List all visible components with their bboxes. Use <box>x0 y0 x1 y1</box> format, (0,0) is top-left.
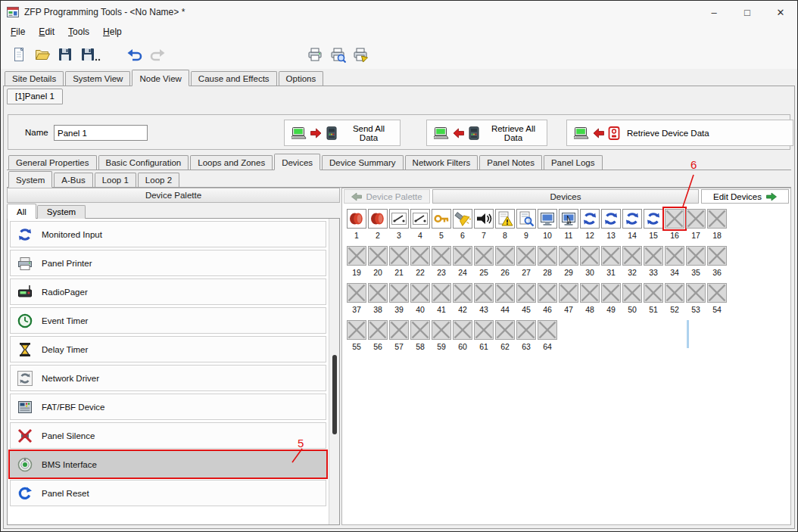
sounder-icon[interactable] <box>347 209 366 229</box>
device-slot-58[interactable]: 58 <box>410 320 431 357</box>
monitored-input-icon[interactable] <box>580 209 600 229</box>
device-slot-48[interactable]: 48 <box>579 283 600 320</box>
panel-name-input[interactable] <box>54 125 148 141</box>
alarm-doc-icon[interactable] <box>495 209 515 229</box>
report-icon[interactable] <box>516 209 536 229</box>
menu-item-file[interactable]: File <box>4 24 32 39</box>
empty-slot-icon[interactable] <box>665 246 684 266</box>
device-slot-3[interactable]: 3 <box>388 209 410 246</box>
device-slot-28[interactable]: 28 <box>537 246 558 283</box>
palette-item-panel-printer[interactable]: Panel Printer <box>10 250 326 276</box>
device-slot-11[interactable]: 11 <box>558 209 579 246</box>
empty-slot-icon[interactable] <box>410 283 430 303</box>
tab-system-view[interactable]: System View <box>65 71 130 86</box>
device-slot-29[interactable]: 29 <box>558 246 579 283</box>
empty-slot-icon[interactable] <box>538 320 557 340</box>
tab-loop-2[interactable]: Loop 2 <box>138 173 179 187</box>
device-slot-34[interactable]: 34 <box>664 246 685 283</box>
device-slot-44[interactable]: 44 <box>494 283 516 320</box>
device-slot-63[interactable]: 63 <box>516 320 537 357</box>
switch-icon[interactable] <box>389 209 409 229</box>
device-slot-62[interactable]: 62 <box>494 320 516 357</box>
device-slot-49[interactable]: 49 <box>600 283 622 320</box>
empty-slot-icon[interactable] <box>516 246 536 266</box>
empty-slot-icon[interactable] <box>686 246 706 266</box>
empty-slot-icon[interactable] <box>432 283 451 303</box>
empty-slot-icon[interactable] <box>453 320 472 340</box>
tab-devices[interactable]: Devices <box>274 154 320 170</box>
device-slot-64[interactable]: 64 <box>537 320 558 357</box>
empty-slot-icon[interactable] <box>559 246 578 266</box>
empty-slot-icon[interactable] <box>347 320 366 340</box>
touch-screen-icon[interactable] <box>559 209 578 229</box>
tab-device-summary[interactable]: Device Summary <box>322 155 404 170</box>
minimize-button[interactable]: – <box>697 1 731 23</box>
device-slot-14[interactable]: 14 <box>622 209 643 246</box>
empty-slot-icon[interactable] <box>474 246 494 266</box>
print-export-button[interactable] <box>349 44 372 65</box>
empty-slot-icon[interactable] <box>389 246 409 266</box>
redo-button[interactable] <box>146 44 169 65</box>
device-slot-20[interactable]: 20 <box>367 246 388 283</box>
device-slot-6[interactable]: 6 <box>452 209 473 246</box>
empty-slot-icon[interactable] <box>453 246 472 266</box>
palette-item-delay-timer[interactable]: Delay Timer <box>10 336 326 362</box>
tab-network-filters[interactable]: Network Filters <box>405 155 478 170</box>
panel-tab[interactable]: [1]Panel 1 <box>7 89 63 104</box>
empty-slot-icon[interactable] <box>580 246 600 266</box>
menu-item-tools[interactable]: Tools <box>61 24 96 39</box>
device-slot-35[interactable]: 35 <box>685 246 706 283</box>
device-slot-57[interactable]: 57 <box>388 320 410 357</box>
palette-item-panel-reset[interactable]: Panel Reset <box>10 480 326 506</box>
empty-slot-icon[interactable] <box>474 320 494 340</box>
close-button[interactable]: ✕ <box>764 1 797 23</box>
save-as-button[interactable] <box>76 44 105 65</box>
device-slot-54[interactable]: 54 <box>706 283 728 320</box>
torch-icon[interactable] <box>453 209 472 229</box>
device-slot-55[interactable]: 55 <box>346 320 367 357</box>
device-slot-59[interactable]: 59 <box>431 320 452 357</box>
device-slot-46[interactable]: 46 <box>537 283 558 320</box>
device-slot-7[interactable]: 7 <box>473 209 494 246</box>
tab-a-bus[interactable]: A-Bus <box>54 173 92 187</box>
palette-item-event-timer[interactable]: Event Timer <box>10 307 326 334</box>
palette-item-monitored-input[interactable]: Monitored Input <box>10 221 326 247</box>
tab-site-details[interactable]: Site Details <box>5 71 64 86</box>
monitored-input-icon[interactable] <box>644 209 663 229</box>
tab-cause-and-effects[interactable]: Cause and Effects <box>191 71 277 86</box>
empty-slot-icon[interactable] <box>538 246 557 266</box>
device-slot-22[interactable]: 22 <box>410 246 431 283</box>
switch-icon[interactable] <box>410 209 430 229</box>
empty-slot-icon[interactable] <box>347 283 366 303</box>
device-slot-47[interactable]: 47 <box>558 283 579 320</box>
edit-devices-button[interactable]: Edit Devices <box>701 189 789 204</box>
device-slot-51[interactable]: 51 <box>643 283 664 320</box>
palette-item-bms-interface[interactable]: BMS Interface <box>10 451 326 478</box>
device-slot-25[interactable]: 25 <box>473 246 494 283</box>
device-slot-9[interactable]: 9 <box>516 209 537 246</box>
device-slot-12[interactable]: 12 <box>579 209 600 246</box>
device-slot-38[interactable]: 38 <box>367 283 388 320</box>
palette-item-panel-silence[interactable]: Panel Silence <box>10 422 326 449</box>
empty-slot-icon[interactable] <box>495 246 515 266</box>
device-slot-21[interactable]: 21 <box>388 246 410 283</box>
empty-slot-icon[interactable] <box>559 283 578 303</box>
menu-item-edit[interactable]: Edit <box>32 24 61 39</box>
empty-slot-icon[interactable] <box>368 283 388 303</box>
device-slot-2[interactable]: 2 <box>367 209 388 246</box>
device-slot-33[interactable]: 33 <box>643 246 664 283</box>
device-slot-42[interactable]: 42 <box>452 283 473 320</box>
empty-slot-icon[interactable] <box>622 246 642 266</box>
empty-slot-icon[interactable] <box>686 209 706 229</box>
empty-slot-icon[interactable] <box>495 283 515 303</box>
empty-slot-icon[interactable] <box>707 283 727 303</box>
device-slot-5[interactable]: 5 <box>431 209 452 246</box>
open-file-button[interactable] <box>31 44 54 65</box>
monitor-icon[interactable] <box>538 209 557 229</box>
empty-slot-icon[interactable] <box>707 209 727 229</box>
empty-slot-icon[interactable] <box>474 283 494 303</box>
retrieve-all-data-button[interactable]: Retrieve All Data <box>426 120 547 146</box>
device-slot-18[interactable]: 18 <box>706 209 728 246</box>
device-slot-50[interactable]: 50 <box>622 283 643 320</box>
empty-slot-icon[interactable] <box>495 320 515 340</box>
